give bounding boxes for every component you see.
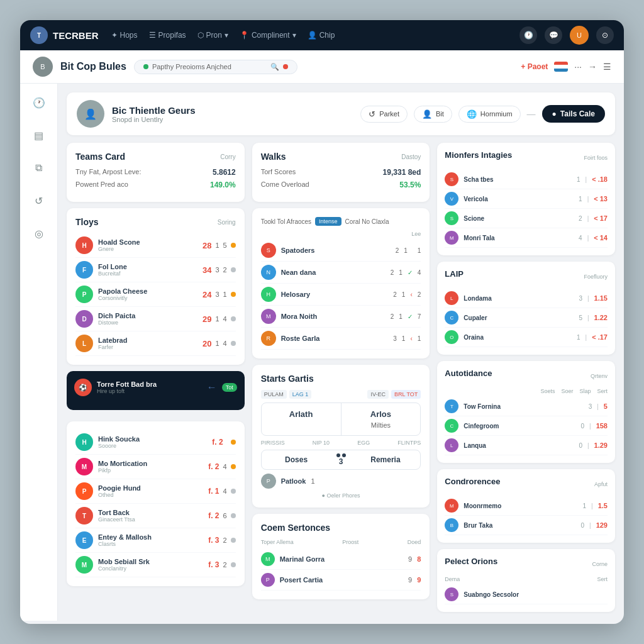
toot-n3: 1 <box>418 335 421 342</box>
more-options-icon[interactable]: ··· <box>574 62 582 72</box>
dark-card-badge: Tot <box>222 383 237 392</box>
player-dot <box>231 489 236 494</box>
nav-item-chip[interactable]: 👤 Chip <box>308 31 335 40</box>
mini-n1: 5 <box>579 314 582 321</box>
arrow-icon[interactable]: → <box>588 62 597 72</box>
hornmium-icon: 🌐 <box>467 109 477 119</box>
chat-icon-btn[interactable]: 💬 <box>545 26 562 44</box>
starts-col-left: Arlath <box>262 403 341 435</box>
toot-avatar: M <box>261 309 276 324</box>
walks-card-header: Walks Dastoy <box>261 152 421 162</box>
mionfers-rows: S Scha tbes 1 | < .18 V Vericola 1 | < 1… <box>445 170 608 248</box>
search-bar[interactable]: Papthy Preoioms Anjched 🔍 <box>134 60 297 74</box>
auto-title: Autotidance <box>445 369 492 378</box>
top-navigation: T TECRBER ✦ Hops ☰ Propifas ⬡ Pron ▾ 📍 C… <box>20 20 624 50</box>
mini-sep: | <box>591 502 593 509</box>
sidebar-icon-circle[interactable]: ◎ <box>28 222 50 245</box>
user-avatar-nav[interactable]: U <box>570 26 589 45</box>
starts-spacer <box>314 390 365 399</box>
starts-labels: PULAM LAG 1 IV-EC BRL TOT <box>261 390 421 399</box>
teams-card-header: Teams Card Corry <box>75 152 236 162</box>
coem-name: Posert Cartia <box>280 576 403 584</box>
profile-header: 👤 Bic Thientle Geurs Snopd in Uentlry ↺ … <box>67 92 615 135</box>
player-name: Dich Paicta <box>98 312 197 319</box>
list-icon[interactable]: ☰ <box>603 62 611 72</box>
toys-card-header: Tloys Soring <box>75 217 236 227</box>
starts-doses-label: Doses <box>267 455 326 464</box>
bit-pill[interactable]: 👤 Bit <box>414 106 452 123</box>
hornmium-pill[interactable]: 🌐 Hornmium <box>458 106 521 123</box>
pelect-col2: Sert <box>597 576 608 582</box>
player-stats: 20 1 4 <box>203 339 236 348</box>
nav-item-hops[interactable]: ✦ Hops <box>111 31 138 40</box>
player-info: Tort Back Ginaceert Ttsa <box>98 509 203 523</box>
cond-rows: M Moonrmemo 1 | 1.5 B Brur Taka 0 | 129 <box>445 496 608 535</box>
sidebar-icon-refresh[interactable]: ↺ <box>28 189 50 212</box>
starts-score-mid: 3 <box>339 457 343 466</box>
player-sub: Ginaceert Ttsa <box>98 516 203 523</box>
player-sub: Pikfp <box>98 467 203 474</box>
player-stats: 28 1 5 <box>203 241 236 250</box>
player-below-row: E Entey & Mallosh Clasrts f. 3 2 <box>75 528 236 553</box>
laip-header: LAIP Foefluory <box>445 269 608 284</box>
history-icon-btn[interactable]: 🕐 <box>519 26 537 44</box>
nav-item-propifas[interactable]: ☰ Propifas <box>149 31 186 40</box>
coem-v1: 9 <box>408 576 412 584</box>
mini-avatar: C <box>445 311 458 325</box>
sidebar-icon-copy[interactable]: ⧉ <box>28 157 50 179</box>
player-info: Fol Lone Bucreitaf <box>98 263 197 277</box>
toot-player-row: M Mora Noith 2 1 ✓ 7 <box>261 306 421 328</box>
teams-stat-label2: Powent Pred aco <box>75 180 128 189</box>
player-below-row: T Tort Back Ginaceert Ttsa f. 2 6 <box>75 504 236 528</box>
starts-second-match: Doses 3 Remeria <box>261 450 421 470</box>
sidebar-icon-clock[interactable]: 🕐 <box>28 91 50 114</box>
toot-check: ‹ <box>410 291 412 298</box>
teams-stat-value2: 149.0% <box>210 180 236 189</box>
player-avatar: T <box>75 507 93 525</box>
toot-label1: Tookl Tol Afraoces <box>261 218 311 225</box>
starts-title: Starts Gartis <box>261 374 314 384</box>
players-below-list: H Hink Soucka Sooore f. 2 M Mo Morticati… <box>75 430 236 577</box>
auto-col-headers: Soets Soer Slap Sert <box>445 388 608 394</box>
toot-n1: 3 <box>393 335 397 342</box>
player-status-dot <box>231 267 236 272</box>
tails-cale-button[interactable]: ● Tails Cale <box>542 105 605 123</box>
settings-icon-btn[interactable]: ⊙ <box>596 26 614 44</box>
mini-row: O Oraina 1 | < .17 <box>445 328 608 347</box>
mini-val: 129 <box>596 521 608 529</box>
mini-n1: 2 <box>579 215 582 222</box>
dark-card-arrow[interactable]: ← <box>207 382 217 393</box>
player-below-row: H Hink Soucka Sooore f. 2 <box>75 430 236 455</box>
hops-icon: ✦ <box>111 31 118 40</box>
player-below-row: P Poogie Hund Othed f. 1 4 <box>75 479 236 504</box>
player-score: f. 1 <box>208 487 219 496</box>
nav-item-complinent[interactable]: 📍 Complinent ▾ <box>240 31 296 40</box>
player-status-dot <box>231 341 236 346</box>
nav-item-pron[interactable]: ⬡ Pron ▾ <box>197 31 228 40</box>
toot-nums: 2 1 ✓ 7 <box>391 313 421 320</box>
pacer-button[interactable]: + Paoet <box>521 62 548 71</box>
player-n2: 4 <box>223 463 227 470</box>
mini-val: < 17 <box>594 214 608 222</box>
auto-avatar: L <box>445 438 458 452</box>
player-avatar: F <box>75 261 93 279</box>
coem-v2: 8 <box>417 555 421 563</box>
profile-actions: ↺ Parket 👤 Bit 🌐 Hornmium — ● Tails Ca <box>360 105 605 123</box>
player-info: Poogie Hund Othed <box>98 484 203 498</box>
player-sub: Conclanitry <box>98 565 203 572</box>
parket-pill[interactable]: ↺ Parket <box>360 106 408 123</box>
sidebar-icon-list[interactable]: ▤ <box>28 124 50 147</box>
teams-stat-row2: Powent Pred aco 149.0% <box>75 180 236 189</box>
mini-n1: 1 <box>583 502 587 509</box>
player-n1: 1 <box>215 315 219 323</box>
auto-val: 1.29 <box>594 441 608 449</box>
mini-avatar: B <box>445 518 458 532</box>
pelect-rows: S Suabngo Secsolor <box>445 585 608 604</box>
starts-garts-card: Starts Gartis PULAM LAG 1 IV-EC BRL TOT … <box>252 365 430 508</box>
cond-title: Condrorencee <box>445 477 500 486</box>
mionfers-label: Foirt foos <box>584 155 608 161</box>
pelect-label: Corne <box>592 561 608 567</box>
mini-name: Vericola <box>464 196 574 203</box>
player-n1: 1 <box>215 340 219 347</box>
player-stats: f. 3 2 <box>208 536 235 545</box>
